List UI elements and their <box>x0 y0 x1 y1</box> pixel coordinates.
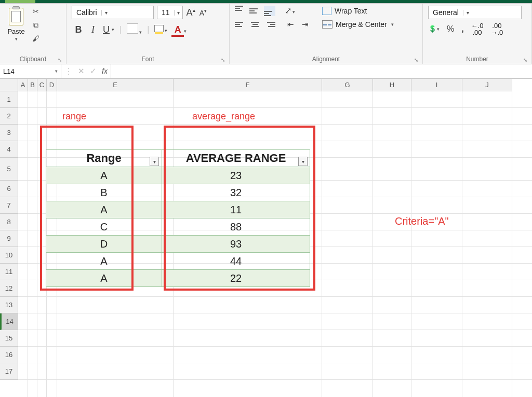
chevron-down-icon[interactable]: ▾ <box>391 22 394 27</box>
italic-button[interactable]: I <box>88 24 98 35</box>
column-header-F[interactable]: F <box>174 79 322 91</box>
comma-format-icon[interactable]: , <box>461 24 463 34</box>
row-header-7[interactable]: 7 <box>0 197 18 214</box>
alignment-launcher-icon[interactable]: ⤡ <box>414 57 418 63</box>
cell-avg[interactable]: 22 <box>162 270 310 287</box>
underline-button[interactable]: U▾ <box>103 24 114 35</box>
row-header-6[interactable]: 6 <box>0 181 18 197</box>
chevron-down-icon[interactable]: ▾ <box>174 10 182 16</box>
chevron-down-icon[interactable]: ▾ <box>101 10 111 16</box>
filter-dropdown-avg[interactable]: ▾ <box>298 157 308 166</box>
column-headers: ABCDEFGHIJ <box>18 79 512 91</box>
chevron-down-icon[interactable]: ▾ <box>55 69 58 74</box>
wrap-text-button[interactable]: Wrap Text <box>320 6 396 16</box>
cell-range[interactable]: A <box>46 253 162 270</box>
name-box[interactable]: L14 ▾ <box>0 64 61 78</box>
row-header-12[interactable]: 12 <box>0 280 18 297</box>
column-header-I[interactable]: I <box>411 79 462 91</box>
cell-range[interactable]: A <box>46 201 162 218</box>
orientation-icon[interactable]: ⤢▾ <box>285 6 299 16</box>
row-header-4[interactable]: 4 <box>0 141 18 158</box>
align-left-icon[interactable] <box>235 19 246 30</box>
decrease-indent-icon[interactable]: ⇤ <box>285 19 296 30</box>
select-all-corner[interactable] <box>0 79 18 91</box>
increase-font-icon[interactable]: A▴ <box>186 7 195 18</box>
cell-avg[interactable]: 88 <box>162 218 310 236</box>
row-header-10[interactable]: 10 <box>0 247 18 264</box>
decrease-font-icon[interactable]: A▾ <box>198 8 208 17</box>
decrease-decimal-icon[interactable]: .00→.0 <box>490 22 503 36</box>
align-top-icon[interactable] <box>235 6 246 16</box>
bold-button[interactable]: B <box>74 24 83 35</box>
column-header-C[interactable]: C <box>37 79 47 91</box>
copy-icon[interactable]: ⧉ <box>31 20 41 30</box>
cell-avg[interactable]: 23 <box>162 167 310 184</box>
font-size-combo[interactable]: 11 ▾ <box>157 6 183 19</box>
column-header-A[interactable]: A <box>18 79 28 91</box>
chevron-down-icon[interactable]: ▾ <box>463 10 472 16</box>
fill-color-button[interactable]: ▾ <box>154 25 167 34</box>
cell-range[interactable]: A <box>46 270 162 287</box>
row-header-8[interactable]: 8 <box>0 214 18 230</box>
row-header-17[interactable]: 17 <box>0 363 18 380</box>
column-header-B[interactable]: B <box>28 79 37 91</box>
format-painter-icon[interactable]: 🖌 <box>31 34 41 43</box>
group-clipboard: Paste ▾ ✂ ⧉ 🖌 Clipboard ⤡ <box>0 4 66 64</box>
align-center-icon[interactable] <box>249 19 261 30</box>
cell-avg[interactable]: 44 <box>162 253 310 270</box>
row-header-9[interactable]: 9 <box>0 230 18 247</box>
fx-icon[interactable]: fx <box>102 67 108 75</box>
clipboard-launcher-icon[interactable]: ⤡ <box>58 57 62 63</box>
paste-icon <box>8 7 24 25</box>
row-header-14[interactable]: 14 <box>0 313 18 330</box>
worksheet[interactable]: ABCDEFGHIJ 1234567891011121314151617 Ran… <box>0 79 532 397</box>
font-color-icon: A <box>172 24 183 35</box>
column-header-G[interactable]: G <box>322 79 373 91</box>
row-header-16[interactable]: 16 <box>0 347 18 363</box>
accounting-format-icon[interactable]: $▾ <box>430 24 440 34</box>
formula-input[interactable] <box>111 64 532 78</box>
row-header-2[interactable]: 2 <box>0 108 18 125</box>
cell-avg[interactable]: 93 <box>162 236 310 253</box>
row-header-1[interactable]: 1 <box>0 91 18 108</box>
column-header-H[interactable]: H <box>373 79 411 91</box>
cell-range[interactable]: B <box>46 184 162 201</box>
align-right-icon[interactable] <box>264 19 275 30</box>
cell-avg[interactable]: 32 <box>162 184 310 201</box>
cancel-icon[interactable]: ✕ <box>78 66 85 76</box>
font-color-button[interactable]: A▾ <box>172 24 187 35</box>
font-launcher-icon[interactable]: ⤡ <box>221 57 225 63</box>
row-header-11[interactable]: 11 <box>0 264 18 280</box>
column-header-D[interactable]: D <box>47 79 57 91</box>
cut-icon[interactable]: ✂ <box>31 7 41 16</box>
cell-range[interactable]: D <box>46 236 162 253</box>
align-bottom-icon[interactable] <box>264 6 275 16</box>
font-name-combo[interactable]: Calibri ▾ <box>72 6 154 19</box>
cell-avg[interactable]: 11 <box>162 201 310 218</box>
table-header-range: Range <box>46 150 162 167</box>
align-middle-icon[interactable] <box>249 6 261 16</box>
cell-range[interactable]: A <box>46 167 162 184</box>
row-header-3[interactable]: 3 <box>0 125 18 141</box>
filter-dropdown-range[interactable]: ▾ <box>150 157 159 166</box>
merge-center-button[interactable]: Merge & Center ▾ <box>320 19 396 30</box>
paste-button[interactable]: Paste ▾ <box>5 6 27 42</box>
row-header-5[interactable]: 5 <box>0 158 18 181</box>
column-header-J[interactable]: J <box>462 79 512 91</box>
formula-bar: L14 ▾ ⋮ ✕ ✓ fx <box>0 64 532 79</box>
cell-reference: L14 <box>3 67 15 75</box>
increase-indent-icon[interactable]: ⇥ <box>299 19 311 30</box>
increase-decimal-icon[interactable]: ←.0.00 <box>471 22 484 36</box>
cell-range[interactable]: C <box>46 218 162 236</box>
number-format-combo[interactable]: General ▾ <box>428 6 522 19</box>
row-header-15[interactable]: 15 <box>0 330 18 347</box>
percent-format-icon[interactable]: % <box>447 24 454 34</box>
number-launcher-icon[interactable]: ⤡ <box>523 57 527 63</box>
annotation-criteria: Criteria="A" <box>395 215 449 227</box>
row-header-13[interactable]: 13 <box>0 297 18 313</box>
paste-dropdown[interactable]: ▾ <box>5 36 27 42</box>
column-header-E[interactable]: E <box>57 79 174 91</box>
table-row: A23 <box>46 167 310 184</box>
enter-icon[interactable]: ✓ <box>90 66 97 76</box>
borders-button[interactable]: ▾ <box>127 23 142 36</box>
